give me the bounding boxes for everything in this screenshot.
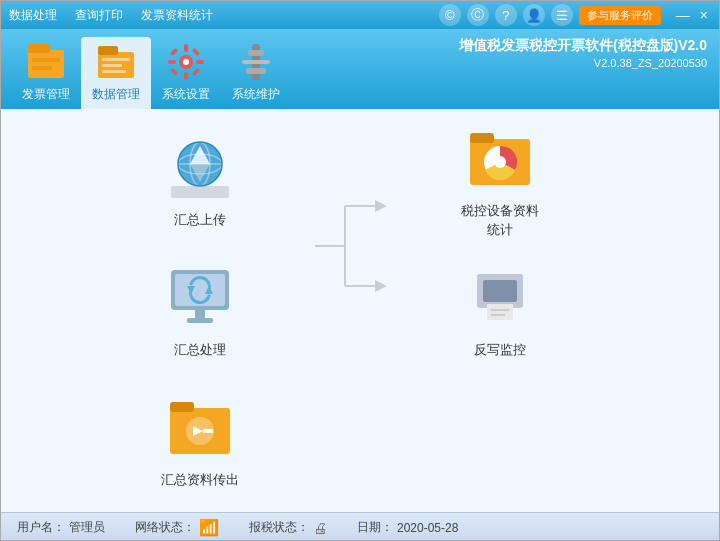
process-icon [164,261,236,333]
menu-data-processing[interactable]: 数据处理 [9,7,57,24]
export-icon [164,391,236,463]
svg-rect-11 [184,44,188,52]
titlebar: 数据处理 查询打印 发票资料统计 © Ⓒ ? 👤 ☰ 参与服务评价 — × [1,1,719,29]
svg-rect-38 [470,133,494,143]
app-version: V2.0.38_ZS_20200530 [459,57,707,69]
svg-rect-1 [28,44,50,53]
fapiao-icon [26,42,66,82]
svg-rect-3 [32,66,52,70]
username-value: 管理员 [69,519,105,536]
data-icon [96,42,136,82]
menu-invoice-stats[interactable]: 发票资料统计 [141,7,213,24]
settings-icon [166,42,206,82]
titlebar-controls: © Ⓒ ? 👤 ☰ 参与服务评价 — × [439,4,711,26]
device-label: 报税状态： [249,519,309,536]
c-icon[interactable]: Ⓒ [467,4,489,26]
toolbar-fapiao-label: 发票管理 [22,86,70,103]
device-icon: 🖨 [313,520,327,536]
date-label: 日期： [357,519,393,536]
process-label: 汇总处理 [174,341,226,359]
svg-rect-5 [98,46,118,55]
upload-icon [164,131,236,203]
svg-marker-35 [375,200,387,212]
svg-point-10 [183,59,189,65]
upload-label: 汇总上传 [174,211,226,229]
svg-rect-18 [192,68,200,76]
toolbar-data[interactable]: 数据管理 [81,37,151,109]
svg-rect-49 [487,304,513,320]
workflow-diagram: 汇总上传 [110,116,610,506]
username-label: 用户名： [17,519,65,536]
svg-rect-0 [28,50,64,78]
user-icon[interactable]: 👤 [523,4,545,26]
menu-query-print[interactable]: 查询打印 [75,7,123,24]
maintenance-icon [236,42,276,82]
statusbar: 用户名： 管理员 网络状态： 📶 报税状态： 🖨 日期： 2020-05-28 [1,512,719,541]
menu-icon[interactable]: ☰ [551,4,573,26]
writeback-label: 反写监控 [474,341,526,359]
app-info: 增值税发票税控开票软件(税控盘版)V2.0 V2.0.38_ZS_2020053… [459,37,707,69]
svg-rect-56 [203,429,213,433]
main-content: 汇总上传 [1,109,719,512]
titlebar-menu-group: 数据处理 查询打印 发票资料统计 [9,7,213,24]
svg-rect-15 [170,48,178,56]
toolbar: 发票管理 数据管理 [1,29,719,109]
svg-rect-46 [187,318,213,323]
question-icon[interactable]: ? [495,4,517,26]
toolbar-maintenance[interactable]: 系统维护 [221,37,291,109]
date-value: 2020-05-28 [397,521,458,535]
svg-rect-21 [246,68,266,74]
minimize-button[interactable]: — [673,7,693,23]
svg-rect-14 [196,60,204,64]
app-title: 增值税发票税控开票软件(税控盘版)V2.0 [459,37,707,55]
svg-rect-48 [483,280,517,302]
export-label: 汇总资料传出 [161,471,239,489]
svg-rect-23 [171,186,229,198]
toolbar-data-label: 数据管理 [92,86,140,103]
wifi-icon: 📶 [199,518,219,537]
workflow-upload[interactable]: 汇总上传 [164,131,236,229]
svg-rect-22 [242,60,270,64]
workflow-writeback[interactable]: 反写监控 [464,261,536,359]
writeback-icon [464,261,536,333]
status-username: 用户名： 管理员 [17,519,105,536]
taxstat-label: 税控设备资料 统计 [461,202,539,238]
svg-rect-45 [195,310,205,318]
status-date: 日期： 2020-05-28 [357,519,458,536]
svg-rect-7 [102,64,122,67]
workflow-export[interactable]: 汇总资料传出 [161,391,239,489]
svg-rect-53 [170,402,194,412]
toolbar-settings[interactable]: 系统设置 [151,37,221,109]
svg-rect-6 [102,58,130,61]
toolbar-settings-label: 系统设置 [162,86,210,103]
toolbar-fapiao[interactable]: 发票管理 [11,37,81,109]
svg-marker-36 [375,280,387,292]
network-label: 网络状态： [135,519,195,536]
workflow-taxstat[interactable]: 税控设备资料 统计 [461,122,539,238]
toolbar-maintenance-label: 系统维护 [232,86,280,103]
svg-rect-20 [248,50,264,56]
svg-rect-8 [102,70,126,73]
svg-rect-16 [192,48,200,56]
service-eval-button[interactable]: 参与服务评价 [579,6,661,25]
taxstat-icon [464,122,536,194]
fork-arrow [305,166,395,326]
workflow-process[interactable]: 汇总处理 [164,261,236,359]
svg-rect-13 [168,60,176,64]
svg-rect-17 [170,68,178,76]
svg-rect-12 [184,72,188,80]
window-controls: — × [673,7,711,23]
svg-rect-2 [32,58,60,62]
status-network: 网络状态： 📶 [135,518,219,537]
copy-icon[interactable]: © [439,4,461,26]
status-device: 报税状态： 🖨 [249,519,327,536]
close-button[interactable]: × [697,7,711,23]
svg-point-40 [494,156,506,168]
